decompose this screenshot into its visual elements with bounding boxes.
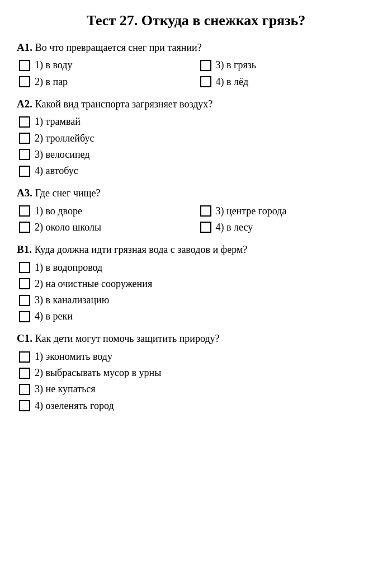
option-item: 1) экономить воду [19,350,375,364]
checkbox-a3-3[interactable] [200,222,211,233]
checkbox-c1-2[interactable] [19,384,30,395]
question-label-a3: A3. [17,187,35,199]
question-label-c1: C1. [17,332,35,344]
checkbox-a2-3[interactable] [19,166,30,177]
question-label-a2: A2. [17,98,35,110]
option-text: 4) в реки [35,309,73,323]
checkbox-b1-0[interactable] [19,262,30,273]
option-text: 2) в пар [35,75,68,89]
option-item: 3) центре города [200,204,376,218]
checkbox-a1-3[interactable] [200,76,211,87]
option-item: 3) не купаться [19,382,375,396]
checkbox-a1-1[interactable] [200,60,211,71]
options-grid-a3: 1) во дворе3) центре города2) около школ… [19,204,375,234]
option-item: 4) в лёд [200,75,376,89]
option-text: 1) в воду [35,58,73,72]
option-text: 1) трамвай [35,115,81,129]
option-text: 3) не купаться [35,382,96,396]
option-text: 2) около школы [35,220,101,234]
question-label-b1: B1. [17,243,35,255]
question-text-a3: Где снег чище? [35,187,101,199]
option-item: 4) в лесу [200,220,376,234]
option-item: 4) озеленять город [19,399,375,413]
option-text: 4) автобус [35,164,78,178]
option-item: 4) в реки [19,309,375,323]
checkbox-a3-0[interactable] [19,205,30,217]
option-item: 1) в водопровод [19,261,375,275]
options-list-a2: 1) трамвай2) троллейбус3) велосипед4) ав… [19,115,375,178]
option-item: 2) на очистные сооружения [19,277,375,291]
checkbox-a3-2[interactable] [19,222,30,233]
checkbox-a1-2[interactable] [19,76,30,87]
option-text: 3) в грязь [216,58,256,72]
question-text-a1: Во что превращается снег при таянии? [35,42,202,53]
checkbox-c1-0[interactable] [19,351,30,363]
option-text: 4) в лёд [216,75,249,89]
questions-container: A1. Во что превращается снег при таянии?… [17,40,375,413]
options-grid-a1: 1) в воду3) в грязь2) в пар4) в лёд [19,58,375,88]
checkbox-a2-0[interactable] [19,116,30,128]
option-item: 4) автобус [19,164,375,178]
question-text-c1: Как дети могут помочь защитить природу? [35,333,220,344]
option-item: 2) троллейбус [19,131,375,145]
option-item: 1) во дворе [19,204,195,218]
option-item: 1) трамвай [19,115,375,129]
question-block-c1: C1. Как дети могут помочь защитить приро… [17,331,375,412]
option-item: 3) велосипед [19,148,375,162]
question-block-b1: B1. Куда должна идти грязная вода с заво… [17,242,375,323]
option-text: 4) озеленять город [35,399,114,413]
question-header-c1: C1. Как дети могут помочь защитить приро… [17,331,375,346]
question-header-b1: B1. Куда должна идти грязная вода с заво… [17,242,375,257]
options-list-b1: 1) в водопровод2) на очистные сооружения… [19,261,375,324]
option-text: 2) на очистные сооружения [35,277,152,291]
question-label-a1: A1. [17,41,35,53]
option-text: 2) троллейбус [35,131,94,145]
checkbox-b1-1[interactable] [19,278,30,289]
question-header-a3: A3. Где снег чище? [17,186,375,201]
question-block-a1: A1. Во что превращается снег при таянии?… [17,40,375,89]
option-text: 1) в водопровод [35,261,102,275]
checkbox-a2-1[interactable] [19,133,30,144]
option-text: 2) выбрасывать мусор в урны [35,366,161,380]
checkbox-c1-1[interactable] [19,368,30,379]
option-item: 3) в канализацию [19,293,375,307]
option-item: 3) в грязь [200,58,376,72]
question-text-b1: Куда должна идти грязная вода с заводов … [35,244,248,255]
checkbox-c1-3[interactable] [19,400,30,411]
option-text: 3) в канализацию [35,293,109,307]
options-list-c1: 1) экономить воду2) выбрасывать мусор в … [19,350,375,413]
checkbox-a3-1[interactable] [200,205,211,217]
option-text: 3) центре города [216,204,287,218]
option-item: 1) в воду [19,58,195,72]
question-block-a3: A3. Где снег чище?1) во дворе3) центре г… [17,186,375,234]
checkbox-b1-3[interactable] [19,311,30,322]
option-item: 2) в пар [19,75,195,89]
question-header-a1: A1. Во что превращается снег при таянии? [17,40,375,55]
question-header-a2: A2. Какой вид транспорта загрязняет возд… [17,97,375,112]
checkbox-a1-0[interactable] [19,60,30,71]
option-text: 1) экономить воду [35,350,112,364]
question-block-a2: A2. Какой вид транспорта загрязняет возд… [17,97,375,178]
question-text-a2: Какой вид транспорта загрязняет воздух? [35,98,213,110]
option-item: 2) около школы [19,220,195,234]
option-text: 1) во дворе [35,204,82,218]
checkbox-a2-2[interactable] [19,149,30,160]
option-text: 4) в лесу [216,220,253,234]
checkbox-b1-2[interactable] [19,295,30,306]
option-item: 2) выбрасывать мусор в урны [19,366,375,380]
page-title: Тест 27. Откуда в снежках грязь? [17,11,375,30]
option-text: 3) велосипед [35,148,89,162]
